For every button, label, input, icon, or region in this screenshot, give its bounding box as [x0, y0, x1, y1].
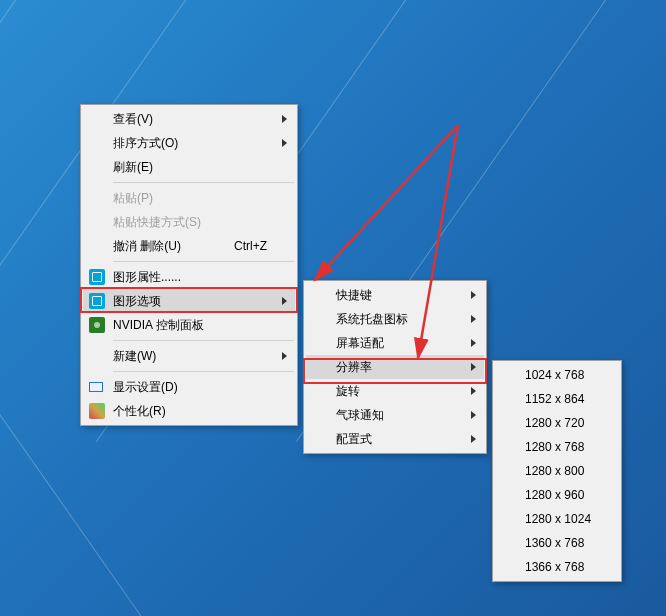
menu-item-display-settings[interactable]: 显示设置(D) [83, 375, 295, 399]
menu-item-label: 1360 x 768 [525, 536, 584, 550]
menu-item-nvidia[interactable]: NVIDIA 控制面板 [83, 313, 295, 337]
intel-icon [89, 269, 105, 285]
menu-item-label: 图形选项 [113, 293, 161, 310]
menu-item-tray[interactable]: 系统托盘图标 [306, 307, 484, 331]
menu-item-label: 1280 x 1024 [525, 512, 591, 526]
menu-item-label: 刷新(E) [113, 159, 153, 176]
menu-separator [113, 340, 294, 341]
chevron-right-icon [282, 297, 287, 305]
menu-item-new[interactable]: 新建(W) [83, 344, 295, 368]
menu-item-balloon[interactable]: 气球通知 [306, 403, 484, 427]
nvidia-icon [89, 317, 105, 333]
chevron-right-icon [282, 352, 287, 360]
menu-item-label: 查看(V) [113, 111, 153, 128]
menu-separator [113, 182, 294, 183]
menu-item-resolution-option[interactable]: 1024 x 768 [495, 363, 619, 387]
menu-item-sort[interactable]: 排序方式(O) [83, 131, 295, 155]
menu-item-hotkey[interactable]: 快捷键 [306, 283, 484, 307]
chevron-right-icon [471, 339, 476, 347]
chevron-right-icon [471, 291, 476, 299]
menu-item-label: NVIDIA 控制面板 [113, 317, 204, 334]
menu-item-label: 个性化(R) [113, 403, 166, 420]
menu-item-label: 分辨率 [336, 359, 372, 376]
intel-icon [89, 293, 105, 309]
monitor-icon [89, 382, 103, 392]
menu-item-paste: 粘贴(P) [83, 186, 295, 210]
menu-item-label: 新建(W) [113, 348, 156, 365]
menu-separator [113, 371, 294, 372]
menu-item-profile[interactable]: 配置式 [306, 427, 484, 451]
menu-item-label: 粘贴快捷方式(S) [113, 214, 201, 231]
menu-item-resolution-option[interactable]: 1280 x 768 [495, 435, 619, 459]
menu-item-label: 1280 x 800 [525, 464, 584, 478]
menu-separator [113, 261, 294, 262]
menu-item-graphics-properties[interactable]: 图形属性...... [83, 265, 295, 289]
menu-item-label: 排序方式(O) [113, 135, 178, 152]
menu-item-label: 旋转 [336, 383, 360, 400]
chevron-right-icon [471, 315, 476, 323]
menu-item-label: 1024 x 768 [525, 368, 584, 382]
menu-item-label: 显示设置(D) [113, 379, 178, 396]
menu-item-resolution-option[interactable]: 1280 x 720 [495, 411, 619, 435]
resolution-submenu: 1024 x 768 1152 x 864 1280 x 720 1280 x … [492, 360, 622, 582]
menu-item-label: 图形属性...... [113, 269, 181, 286]
menu-item-resolution-option[interactable]: 1366 x 768 [495, 555, 619, 579]
chevron-right-icon [282, 115, 287, 123]
menu-item-label: 1152 x 864 [525, 392, 584, 406]
menu-item-label: 1366 x 768 [525, 560, 584, 574]
menu-item-label: 撤消 删除(U) [113, 238, 181, 255]
menu-item-label: 1280 x 768 [525, 440, 584, 454]
menu-item-resolution-option[interactable]: 1280 x 800 [495, 459, 619, 483]
menu-item-label: 系统托盘图标 [336, 311, 408, 328]
chevron-right-icon [471, 387, 476, 395]
menu-item-label: 屏幕适配 [336, 335, 384, 352]
chevron-right-icon [282, 139, 287, 147]
menu-item-resolution-option[interactable]: 1280 x 960 [495, 483, 619, 507]
menu-item-label: 配置式 [336, 431, 372, 448]
personalize-icon [89, 403, 105, 419]
menu-item-label: 粘贴(P) [113, 190, 153, 207]
menu-item-refresh[interactable]: 刷新(E) [83, 155, 295, 179]
menu-item-label: 1280 x 960 [525, 488, 584, 502]
chevron-right-icon [471, 435, 476, 443]
chevron-right-icon [471, 363, 476, 371]
menu-item-resolution[interactable]: 分辨率 [306, 355, 484, 379]
menu-item-label: 快捷键 [336, 287, 372, 304]
svg-line-0 [315, 125, 458, 280]
chevron-right-icon [471, 411, 476, 419]
menu-item-resolution-option[interactable]: 1280 x 1024 [495, 507, 619, 531]
menu-item-resolution-option[interactable]: 1152 x 864 [495, 387, 619, 411]
menu-item-screen-fit[interactable]: 屏幕适配 [306, 331, 484, 355]
menu-item-rotate[interactable]: 旋转 [306, 379, 484, 403]
menu-item-resolution-option[interactable]: 1360 x 768 [495, 531, 619, 555]
menu-item-personalize[interactable]: 个性化(R) [83, 399, 295, 423]
menu-item-view[interactable]: 查看(V) [83, 107, 295, 131]
menu-item-undo[interactable]: 撤消 删除(U) Ctrl+Z [83, 234, 295, 258]
menu-item-label: 气球通知 [336, 407, 384, 424]
desktop-context-menu: 查看(V) 排序方式(O) 刷新(E) 粘贴(P) 粘贴快捷方式(S) 撤消 删… [80, 104, 298, 426]
graphics-options-submenu: 快捷键 系统托盘图标 屏幕适配 分辨率 旋转 气球通知 配置式 [303, 280, 487, 454]
menu-item-paste-shortcut: 粘贴快捷方式(S) [83, 210, 295, 234]
menu-item-label: 1280 x 720 [525, 416, 584, 430]
menu-item-graphics-options[interactable]: 图形选项 [83, 289, 295, 313]
menu-shortcut: Ctrl+Z [234, 239, 267, 253]
